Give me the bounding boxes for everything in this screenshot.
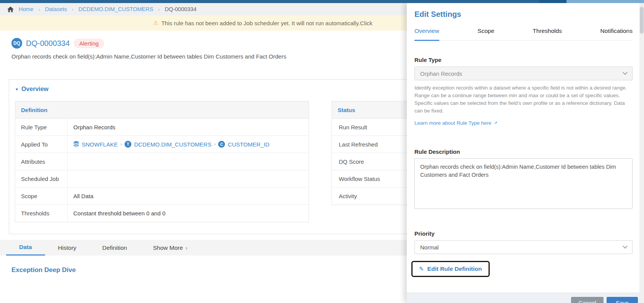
edit-settings-panel: Edit Settings Overview Scope Thresholds … xyxy=(407,3,639,303)
table-row: Applied To SNOWFLAKE › T DCDEMO.DIM_CUST… xyxy=(15,136,309,153)
tab-definition[interactable]: Definition xyxy=(89,240,140,256)
learn-more-label: Learn more about Rule Type here xyxy=(414,120,492,126)
overview-section-label: Overview xyxy=(21,86,49,93)
vertical-scrollbar[interactable] xyxy=(639,3,644,303)
learn-more-link[interactable]: Learn more about Rule Type here ↗ xyxy=(414,120,497,126)
top-bar-segment-dark xyxy=(539,0,566,3)
chevron-right-icon: › xyxy=(39,7,40,12)
chevron-down-icon xyxy=(623,244,628,249)
save-button[interactable]: Save xyxy=(607,297,638,303)
chevron-right-icon: › xyxy=(72,7,73,12)
table-row: Thresholds Constant threshold between 0 … xyxy=(15,205,309,222)
chevron-right-icon: › xyxy=(120,142,122,147)
row-label: Attributes xyxy=(15,153,68,170)
rule-type-value: Orphan Records xyxy=(420,70,462,77)
panel-tabbar: Overview Scope Thresholds Notifications xyxy=(414,28,633,41)
tab-show-more[interactable]: Show More › xyxy=(140,240,200,256)
top-progress-bar xyxy=(0,0,644,3)
applied-to-chain: SNOWFLAKE › T DCDEMO.DIM_CUSTOMERS › C C… xyxy=(73,141,269,148)
rule-type-help: Identify exception records within a data… xyxy=(414,84,634,115)
external-link-icon: ↗ xyxy=(494,121,497,125)
cancel-button[interactable]: Cancel xyxy=(571,297,604,303)
row-value xyxy=(68,170,309,187)
column-link[interactable]: CUSTOMER_ID xyxy=(228,141,269,148)
row-label: Applied To xyxy=(15,136,68,153)
row-label: Activity xyxy=(332,187,408,205)
priority-value: Normal xyxy=(420,244,439,251)
home-icon[interactable] xyxy=(7,7,14,12)
table-row: Scheduled Job xyxy=(15,170,309,187)
column-icon: C xyxy=(218,141,225,148)
overview-section-toggle[interactable]: ▼ Overview xyxy=(15,86,49,93)
page-header: DQ DQ-0000334 Alerting xyxy=(11,38,104,49)
chevron-right-icon: › xyxy=(186,245,188,251)
scrollbar-thumb[interactable] xyxy=(640,7,644,34)
table-link[interactable]: DCDEMO.DIM_CUSTOMERS xyxy=(134,141,211,148)
rule-description-label: Rule Description xyxy=(414,148,460,155)
rule-description-input[interactable]: Orphan records check on field(s):Admin N… xyxy=(414,158,633,209)
warning-icon: ⚠ xyxy=(153,20,158,26)
page-title: DQ-0000334 xyxy=(26,39,70,48)
pencil-icon: ✎ xyxy=(419,266,424,272)
breadcrumb-datasets[interactable]: Datasets xyxy=(45,6,67,12)
definition-table-header: Definition xyxy=(15,101,309,119)
edit-rule-definition-button[interactable]: ✎ Edit Rule Definition xyxy=(411,261,490,277)
rule-type-label: Rule Type xyxy=(414,57,442,63)
top-bar-segment-light xyxy=(566,0,644,3)
status-badge: Alerting xyxy=(74,39,105,48)
breadcrumb-dataset-name[interactable]: DCDEMO.DIM_CUSTOMERS xyxy=(79,6,154,12)
panel-title: Edit Settings xyxy=(414,10,461,19)
row-label: DQ Score xyxy=(332,153,408,170)
panel-tab-overview[interactable]: Overview xyxy=(414,28,439,41)
breadcrumb-current: DQ-0000334 xyxy=(165,6,196,12)
row-value xyxy=(68,153,309,170)
table-row: Rule Type Orphan Records xyxy=(15,119,309,136)
row-label: Rule Type xyxy=(15,119,68,135)
tab-data[interactable]: Data xyxy=(6,240,45,256)
panel-tab-notifications[interactable]: Notifications xyxy=(600,28,633,40)
table-icon: T xyxy=(125,141,131,148)
app-window: Home › Datasets › DCDEMO.DIM_CUSTOMERS ›… xyxy=(0,0,644,303)
row-label: Run Result xyxy=(332,119,408,135)
priority-select[interactable]: Normal xyxy=(414,240,633,254)
section-heading: Exception Deep Dive xyxy=(11,266,76,274)
caret-down-icon: ▼ xyxy=(15,87,19,91)
row-value: SNOWFLAKE › T DCDEMO.DIM_CUSTOMERS › C C… xyxy=(68,136,309,153)
panel-tab-thresholds[interactable]: Thresholds xyxy=(532,28,562,40)
warning-text: This rule has not been added to Job sche… xyxy=(161,20,372,26)
edit-rule-definition-label: Edit Rule Definition xyxy=(427,266,482,272)
panel-footer: Cancel Save xyxy=(407,293,639,303)
breadcrumb-home[interactable]: Home xyxy=(19,6,34,12)
chevron-right-icon: › xyxy=(214,142,215,147)
priority-label: Priority xyxy=(414,230,435,237)
chevron-right-icon: › xyxy=(158,7,160,12)
rule-type-select[interactable]: Orphan Records xyxy=(414,67,633,80)
dq-badge: DQ xyxy=(11,38,22,49)
row-label: Last Refreshed xyxy=(332,136,408,153)
definition-table: Definition Rule Type Orphan Records Appl… xyxy=(15,101,309,222)
show-more-label: Show More xyxy=(153,244,183,251)
table-row: Attributes xyxy=(15,153,309,170)
row-label: Scheduled Job xyxy=(15,170,68,187)
source-link[interactable]: SNOWFLAKE xyxy=(82,141,118,148)
row-label: Thresholds xyxy=(15,205,68,222)
overview-card: ▼ Overview Definition Rule Type Orphan R… xyxy=(9,79,439,234)
row-label: Scope xyxy=(15,187,68,204)
chevron-down-icon xyxy=(623,70,628,75)
row-value: Constant threshold between 0 and 0 xyxy=(68,205,309,222)
tab-history[interactable]: History xyxy=(45,240,89,256)
database-icon xyxy=(73,141,79,147)
panel-tab-scope[interactable]: Scope xyxy=(477,28,494,40)
table-row: Scope All Data xyxy=(15,187,309,205)
row-value: All Data xyxy=(68,187,309,204)
row-value: Orphan Records xyxy=(68,119,309,135)
rule-description-text: Orphan records check on field(s):Admin N… xyxy=(11,53,286,60)
row-label: Workflow Status xyxy=(332,170,408,187)
